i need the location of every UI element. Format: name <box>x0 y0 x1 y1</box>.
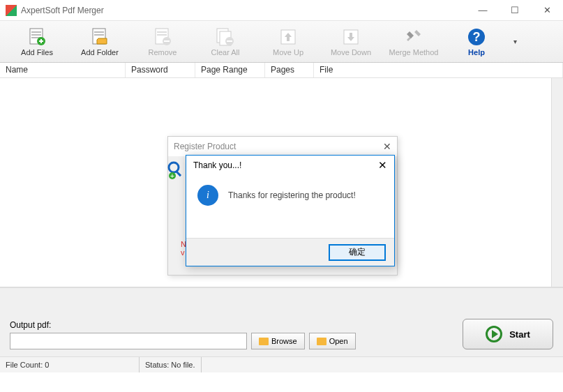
col-name[interactable]: Name <box>0 63 126 77</box>
thanks-dialog: Thank you...! ✕ i Thanks for registering… <box>186 155 395 266</box>
maximize-button[interactable]: ☐ <box>499 0 531 21</box>
play-icon <box>486 326 502 342</box>
start-label: Start <box>509 329 530 340</box>
col-pages[interactable]: Pages <box>265 63 314 77</box>
svg-rect-2 <box>31 34 41 36</box>
add-files-icon <box>27 27 47 47</box>
status-file-count: File Count: 0 <box>0 357 140 372</box>
svg-rect-9 <box>94 34 104 36</box>
add-files-label: Add Files <box>21 48 53 56</box>
svg-rect-18 <box>227 40 232 42</box>
svg-rect-6 <box>40 39 42 43</box>
svg-rect-14 <box>164 40 170 42</box>
table-scrollbar[interactable] <box>551 78 563 287</box>
col-file[interactable]: File <box>314 63 563 77</box>
svg-rect-11 <box>157 31 167 33</box>
thanks-dialog-titlebar[interactable]: Thank you...! ✕ <box>186 156 394 175</box>
output-label: Output pdf: <box>10 320 454 330</box>
move-down-button[interactable]: Move Down <box>320 23 382 61</box>
info-icon: i <box>197 185 218 206</box>
clear-all-label: Clear All <box>211 48 240 56</box>
folder-icon <box>259 338 269 345</box>
output-panel: Output pdf: Browse Open Start <box>0 287 563 357</box>
output-path-input[interactable] <box>10 333 247 349</box>
register-dialog-close-icon[interactable]: ✕ <box>383 141 391 152</box>
file-table-header: Name Password Page Range Pages File <box>0 63 563 78</box>
add-files-button[interactable]: Add Files <box>6 23 68 61</box>
app-icon <box>6 5 17 16</box>
thanks-message: Thanks for registering the product! <box>228 190 356 200</box>
add-folder-icon <box>90 27 110 47</box>
move-up-button[interactable]: Move Up <box>257 23 320 61</box>
start-button[interactable]: Start <box>463 319 553 349</box>
svg-text:+: + <box>170 172 174 180</box>
minimize-button[interactable]: — <box>467 0 499 21</box>
add-folder-button[interactable]: Add Folder <box>68 23 131 61</box>
add-folder-label: Add Folder <box>81 48 119 56</box>
remove-label: Remove <box>149 48 177 56</box>
move-down-icon <box>341 27 361 47</box>
merge-method-label: Merge Method <box>389 48 439 56</box>
close-button[interactable]: ✕ <box>531 0 563 21</box>
merge-method-icon <box>404 27 423 47</box>
browse-button[interactable]: Browse <box>251 333 305 349</box>
move-up-icon <box>278 27 298 47</box>
register-key-icon: + <box>167 160 186 181</box>
ok-button[interactable]: 确定 <box>329 244 386 261</box>
thanks-dialog-title: Thank you...! <box>193 160 241 170</box>
status-bar: File Count: 0 Status: No file. <box>0 357 563 372</box>
help-label: Help <box>468 48 485 56</box>
help-icon: ? <box>467 27 486 47</box>
col-page-range[interactable]: Page Range <box>195 63 265 77</box>
status-text: Status: No file. <box>140 357 202 372</box>
move-up-label: Move Up <box>273 48 303 56</box>
open-button[interactable]: Open <box>309 333 356 349</box>
register-dialog-title: Register Product <box>174 142 236 151</box>
toolbar-overflow-button[interactable]: ▾ <box>508 38 522 45</box>
help-button[interactable]: ? Help <box>445 23 508 61</box>
move-down-label: Move Down <box>331 48 371 56</box>
remove-button[interactable]: Remove <box>131 23 194 61</box>
register-dialog-titlebar[interactable]: Register Product ✕ <box>168 137 397 156</box>
clear-all-icon <box>216 27 235 47</box>
svg-text:?: ? <box>473 30 481 44</box>
folder-icon <box>317 338 326 345</box>
svg-rect-1 <box>31 31 41 33</box>
thanks-dialog-close-icon[interactable]: ✕ <box>378 159 387 172</box>
remove-icon <box>153 27 172 47</box>
clear-all-button[interactable]: Clear All <box>194 23 257 61</box>
svg-rect-12 <box>157 34 167 36</box>
merge-method-button[interactable]: Merge Method <box>382 23 445 61</box>
main-toolbar: Add Files Add Folder Remove Clear All Mo… <box>0 21 563 63</box>
col-password[interactable]: Password <box>126 63 195 77</box>
svg-rect-8 <box>94 31 104 33</box>
window-titlebar: AxpertSoft Pdf Merger — ☐ ✕ <box>0 0 563 21</box>
window-title: AxpertSoft Pdf Merger <box>21 6 467 15</box>
